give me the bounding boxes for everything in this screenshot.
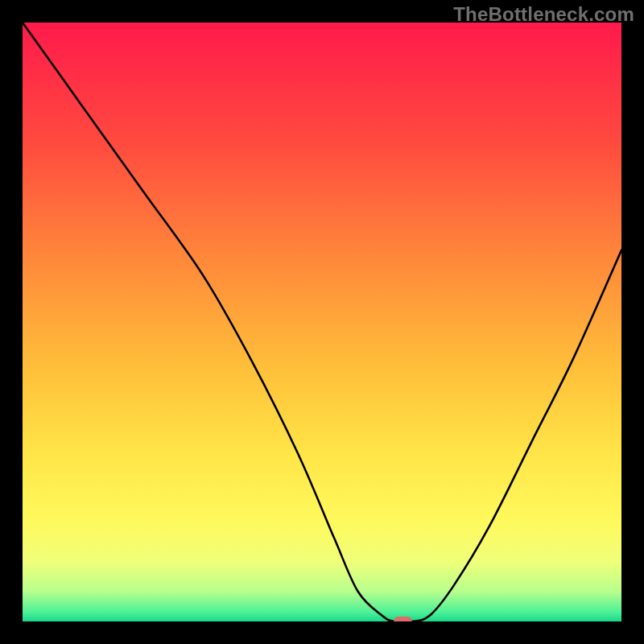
plot-area (23, 23, 621, 621)
chart-svg (23, 23, 621, 621)
minimum-marker (394, 617, 411, 621)
gradient-background (23, 23, 621, 621)
chart-stage: TheBottleneck.com (0, 0, 644, 644)
